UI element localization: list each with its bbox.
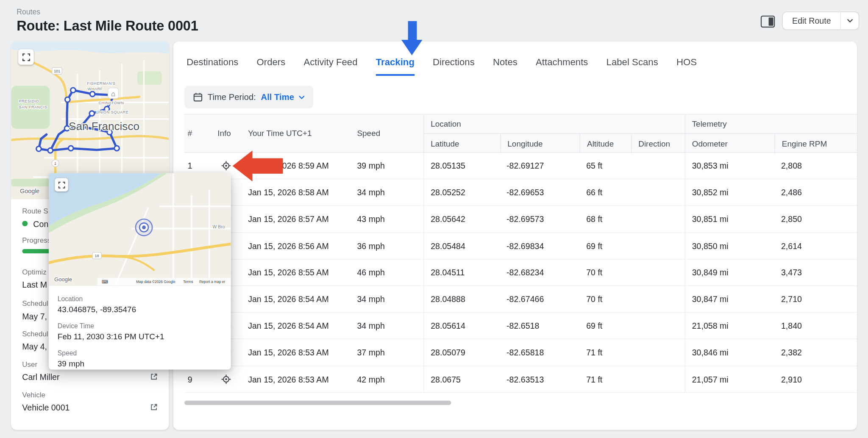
- time-period-filter[interactable]: Time Period: All Time: [184, 86, 314, 108]
- row-odometer: 30,847 mi: [685, 286, 775, 312]
- time-period-value: All Time: [261, 92, 294, 102]
- fullscreen-icon: [58, 181, 65, 189]
- row-odometer: 30,851 mi: [685, 206, 775, 232]
- svg-text:1: 1: [54, 161, 56, 166]
- col-group-location: Location: [424, 114, 684, 134]
- row-time: Jan 15, 2026 8:53 AM: [241, 366, 350, 392]
- table-row: 6 Jan 15, 2026 8:54 AM: [184, 286, 857, 313]
- row-altitude: 70 ft: [580, 286, 631, 312]
- row-time: Jan 15, 2026 8:58 AM: [241, 179, 350, 205]
- row-direction: [631, 313, 685, 339]
- report-map-error-link[interactable]: Report a map er: [199, 280, 225, 284]
- row-direction: [631, 233, 685, 259]
- row-odometer: 30,846 mi: [685, 339, 775, 366]
- vehicle-external-link-button[interactable]: [150, 403, 158, 411]
- home-marker-icon: ⌂: [108, 88, 119, 99]
- row-engine-rpm: 2,910: [774, 366, 857, 392]
- row-longitude: -82.65818: [500, 339, 579, 366]
- row-engine-rpm: 3,473: [774, 259, 857, 286]
- google-logo: Google: [54, 276, 72, 283]
- row-latitude: 28.05642: [423, 206, 500, 232]
- row-speed: 34 mph: [351, 179, 423, 205]
- tab-item[interactable]: Orders: [256, 57, 285, 76]
- row-info-button[interactable]: [211, 366, 242, 392]
- chevron-down-icon: [299, 95, 305, 99]
- popup-device-time-label: Device Time: [58, 322, 222, 330]
- status-dot-icon: [22, 221, 28, 226]
- row-direction: [631, 206, 685, 232]
- row-longitude: -82.69573: [500, 206, 579, 232]
- row-odometer: 30,849 mi: [685, 259, 775, 286]
- row-latitude: 28.0675: [423, 366, 500, 392]
- row-odometer: 21,058 mi: [685, 313, 775, 339]
- terms-link[interactable]: Terms: [183, 280, 193, 284]
- popup-location-label: Location: [58, 295, 222, 302]
- table-row: 9 Jan 15, 2026 8:53 AM: [184, 366, 857, 393]
- tab-item[interactable]: Attachments: [536, 57, 588, 76]
- map-label-wharf: WHARF: [88, 87, 103, 91]
- popup-details: Location 43.046875, -89.35476 Device Tim…: [49, 286, 231, 368]
- tab-item[interactable]: Destinations: [186, 57, 238, 76]
- tab-item[interactable]: Label Scans: [606, 57, 658, 76]
- col-header-odometer: Odometer: [685, 134, 775, 153]
- breadcrumb[interactable]: Routes: [17, 8, 40, 16]
- map-attribution: Map data ©2026 Google: [136, 280, 175, 284]
- table-row: 7 Jan 15, 2026 8:54 AM: [184, 313, 857, 339]
- popup-map[interactable]: 18 W Bro Google ⌨ Map data ©2026 Google …: [49, 173, 231, 286]
- svg-text:101: 101: [54, 69, 60, 73]
- edit-route-dropdown-button[interactable]: [841, 12, 859, 29]
- row-time: Jan 15, 2026 8:54 AM: [241, 286, 350, 312]
- tab-bar: Destinations Orders Activity Feed Tracki…: [186, 57, 697, 76]
- row-altitude: 66 ft: [580, 179, 631, 205]
- edit-route-button[interactable]: Edit Route: [783, 16, 840, 25]
- row-longitude: -82.67466: [500, 286, 579, 312]
- col-header-speed: Speed: [351, 129, 423, 138]
- user-value: Carl Miller: [22, 372, 59, 381]
- row-latitude: 28.04888: [423, 286, 500, 312]
- tab-item[interactable]: HOS: [676, 57, 697, 76]
- row-longitude: -82.69127: [500, 152, 579, 179]
- panel-toggle-button[interactable]: [758, 13, 777, 30]
- tab-item[interactable]: Tracking: [376, 57, 415, 76]
- row-latitude: 28.05484: [423, 233, 500, 259]
- row-latitude: 28.04511: [423, 259, 500, 286]
- popup-speed-value: 39 mph: [58, 359, 222, 368]
- row-altitude: 68 ft: [580, 206, 631, 232]
- popup-map-fullscreen-button[interactable]: [55, 178, 68, 191]
- popup-map-image: 18 W Bro Google ⌨ Map data ©2026 Google …: [49, 173, 231, 286]
- map-label-fishermans: FISHERMAN'S: [87, 81, 115, 86]
- row-altitude: 69 ft: [580, 313, 631, 339]
- highway-shield-1: 1: [52, 160, 59, 167]
- map-label-presidio: PRESIDIO: [19, 99, 39, 103]
- fullscreen-icon: [22, 53, 31, 61]
- row-engine-rpm: 2,850: [774, 206, 857, 232]
- schedule-start-value: May 7,: [22, 311, 47, 321]
- row-time: Jan 15, 2026 8:56 AM: [241, 233, 350, 259]
- map-road-label: W Bro: [213, 225, 225, 229]
- row-speed: 39 mph: [351, 152, 423, 179]
- row-latitude: 28.05252: [423, 179, 500, 205]
- horizontal-scrollbar-thumb[interactable]: [184, 401, 451, 405]
- time-period-label: Time Period:: [208, 92, 256, 102]
- tab-item[interactable]: Notes: [493, 57, 517, 76]
- edit-route-button-group: Edit Route: [782, 11, 860, 30]
- tracking-point-popup: 18 W Bro Google ⌨ Map data ©2026 Google …: [49, 173, 231, 370]
- keyboard-shortcuts-icon[interactable]: ⌨: [102, 280, 108, 284]
- col-header-num: #: [184, 129, 211, 138]
- row-altitude: 69 ft: [580, 233, 631, 259]
- table-row: 1 Jan 15, 2026 8:59 AM: [184, 152, 857, 179]
- col-header-altitude: Altitude: [580, 134, 631, 153]
- tab-item[interactable]: Directions: [433, 57, 475, 76]
- table-row: 8 Jan 15, 2026 8:53 AM: [184, 339, 857, 366]
- col-header-latitude: Latitude: [424, 134, 500, 153]
- user-external-link-button[interactable]: [150, 373, 158, 380]
- row-direction: [631, 339, 685, 366]
- row-latitude: 28.05079: [423, 339, 500, 366]
- row-direction: [631, 286, 685, 312]
- page-title: Route: Last Mile Route 0001: [17, 18, 198, 34]
- table-row: 4 Jan 15, 2026 8:56 AM: [184, 233, 857, 259]
- map-fullscreen-button[interactable]: [18, 49, 34, 65]
- tab-item[interactable]: Activity Feed: [303, 57, 357, 76]
- chevron-down-icon: [847, 19, 853, 22]
- popup-device-time-value: Feb 11, 2030 3:16 PM UTC+1: [58, 332, 222, 341]
